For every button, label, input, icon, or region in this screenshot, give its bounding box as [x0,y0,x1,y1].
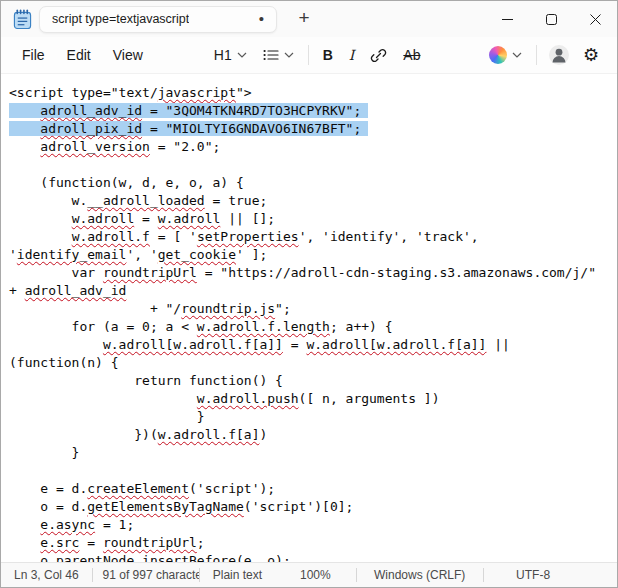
strikethrough-button[interactable]: Ab [395,42,428,68]
minimize-button[interactable] [485,1,529,37]
code-line [9,156,617,174]
toolbar-separator [536,45,537,65]
code-line: e.src = roundtripUrl; [9,534,617,552]
copilot-icon [489,46,507,64]
text-editor[interactable]: <script type="text/javascript"> adroll_a… [1,74,617,562]
bold-button[interactable]: B [315,42,341,68]
notepad-app-icon [9,9,35,30]
code-line: o = d.getElementsByTagName('script')[0]; [9,498,617,516]
settings-button[interactable]: ⚙ [575,39,607,71]
code-line: return function() { [9,372,617,390]
toolbar-separator [308,45,309,65]
gear-icon: ⚙ [583,46,599,64]
code-line: w.adroll.push([ n, arguments ]) [9,390,617,408]
code-line: w.__adroll_loaded = true; [9,192,617,210]
code-line: + "/roundtrip.js"; [9,300,617,318]
status-zoom-level: 100% [275,568,355,582]
menu-view[interactable]: View [102,41,154,69]
maximize-icon [546,14,557,25]
code-line: } [9,408,617,426]
minimize-icon [502,14,513,25]
toolbar-right-cluster: ⚙ [481,39,607,71]
menu-file[interactable]: File [11,41,56,69]
code-line: w.adroll = w.adroll || []; [9,210,617,228]
maximize-button[interactable] [529,1,573,37]
status-character-count: 91 of 997 characters [93,568,199,582]
close-icon [590,14,601,25]
code-line: o.parentNode.insertBefore(e, o); [9,552,617,562]
status-line-ending: Windows (CRLF) [356,568,483,582]
code-line: adroll_version = "2.0"; [9,138,617,156]
heading-dropdown[interactable]: H1 [206,42,255,68]
status-encoding: UTF-8 [484,568,583,582]
list-dropdown[interactable] [255,43,302,67]
code-line: for (a = 0; a < w.adroll.f.length; a++) … [9,318,617,336]
italic-button[interactable]: I [341,42,363,68]
unsaved-indicator-dot: • [259,14,264,24]
code-line: (function(w, d, e, o, a) { [9,174,617,192]
code-line: w.adroll[w.adroll.f[a]] = w.adroll[w.adr… [9,336,617,354]
chevron-down-icon [284,52,294,58]
notepad-window: script type=textjavascript • + File Edit… [0,0,618,588]
status-line-col: Ln 3, Col 46 [1,568,92,582]
code-line: e.async = 1; [9,516,617,534]
code-line: 'identify_email', 'get_cookie' ]; [9,246,617,264]
code-line: var roundtripUrl = "https://adroll-cdn-s… [9,264,617,282]
tab-title: script type=textjavascript [52,12,189,26]
close-button[interactable] [573,1,617,37]
toolbar: File Edit View H1 B I [1,37,617,74]
code-line: (function(n) { [9,354,617,372]
account-button[interactable] [543,39,575,71]
chevron-down-icon [512,52,522,58]
new-tab-button[interactable]: + [289,5,319,33]
document-tab[interactable]: script type=textjavascript • [39,6,277,33]
heading-label: H1 [214,47,232,63]
code-line: })(w.adroll.f[a]) [9,426,617,444]
title-bar: script type=textjavascript • + [1,1,617,37]
code-line: adroll_pix_id = "MIOLTYI6GNDAVO6IN67BFT"… [9,120,617,138]
status-bar: Ln 3, Col 46 91 of 997 characters Plain … [1,562,617,587]
code-line: + adroll_adv_id [9,282,617,300]
code-line [9,462,617,480]
window-controls [485,1,617,37]
menu-edit[interactable]: Edit [56,41,102,69]
code-line: <script type="text/javascript"> [9,84,617,102]
status-doc-type: Plain text [200,568,275,582]
list-icon [263,48,279,62]
copilot-button[interactable] [481,41,530,69]
link-button[interactable] [362,42,395,69]
code-line: adroll_adv_id = "3QOM4TKN4RD7TO3HCPYRKV"… [9,102,617,120]
code-line: e = d.createElement('script'); [9,480,617,498]
link-icon [370,47,387,64]
code-line: } [9,444,617,462]
account-person-icon [548,44,570,66]
code-line: w.adroll.f = [ 'setProperties', 'identif… [9,228,617,246]
chevron-down-icon [237,52,247,58]
